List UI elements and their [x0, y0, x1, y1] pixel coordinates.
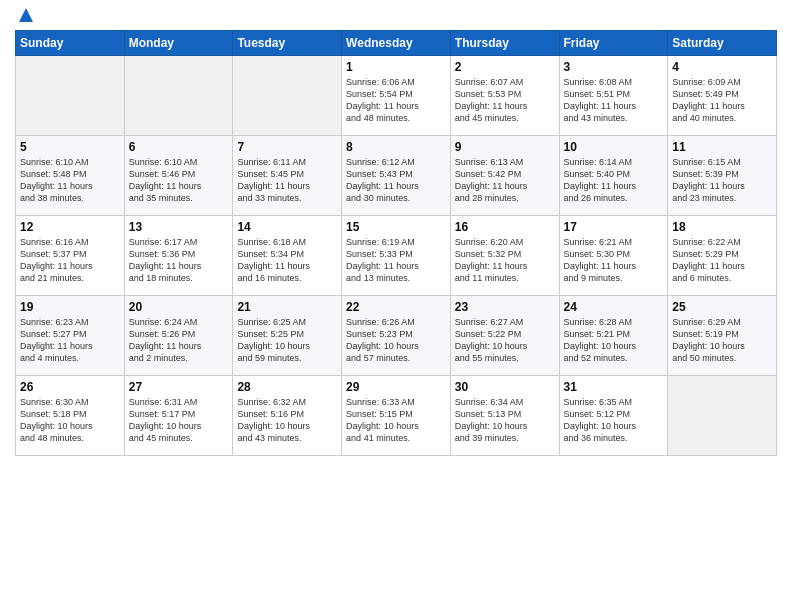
day-info: Sunrise: 6:08 AM Sunset: 5:51 PM Dayligh…: [564, 76, 664, 125]
day-info: Sunrise: 6:06 AM Sunset: 5:54 PM Dayligh…: [346, 76, 446, 125]
calendar-cell: 5Sunrise: 6:10 AM Sunset: 5:48 PM Daylig…: [16, 136, 125, 216]
day-number: 12: [20, 220, 120, 234]
day-number: 14: [237, 220, 337, 234]
calendar-cell: 30Sunrise: 6:34 AM Sunset: 5:13 PM Dayli…: [450, 376, 559, 456]
weekday-header-row: SundayMondayTuesdayWednesdayThursdayFrid…: [16, 31, 777, 56]
calendar-cell: 31Sunrise: 6:35 AM Sunset: 5:12 PM Dayli…: [559, 376, 668, 456]
weekday-header-sunday: Sunday: [16, 31, 125, 56]
day-number: 18: [672, 220, 772, 234]
day-number: 9: [455, 140, 555, 154]
calendar-cell: 18Sunrise: 6:22 AM Sunset: 5:29 PM Dayli…: [668, 216, 777, 296]
calendar-table: SundayMondayTuesdayWednesdayThursdayFrid…: [15, 30, 777, 456]
day-number: 27: [129, 380, 229, 394]
day-info: Sunrise: 6:32 AM Sunset: 5:16 PM Dayligh…: [237, 396, 337, 445]
calendar-cell: 19Sunrise: 6:23 AM Sunset: 5:27 PM Dayli…: [16, 296, 125, 376]
svg-marker-0: [19, 8, 33, 22]
calendar-cell: 6Sunrise: 6:10 AM Sunset: 5:46 PM Daylig…: [124, 136, 233, 216]
header: [15, 10, 777, 24]
weekday-header-thursday: Thursday: [450, 31, 559, 56]
day-number: 8: [346, 140, 446, 154]
day-info: Sunrise: 6:10 AM Sunset: 5:46 PM Dayligh…: [129, 156, 229, 205]
calendar-cell: 28Sunrise: 6:32 AM Sunset: 5:16 PM Dayli…: [233, 376, 342, 456]
day-info: Sunrise: 6:13 AM Sunset: 5:42 PM Dayligh…: [455, 156, 555, 205]
day-number: 3: [564, 60, 664, 74]
day-info: Sunrise: 6:26 AM Sunset: 5:23 PM Dayligh…: [346, 316, 446, 365]
day-info: Sunrise: 6:29 AM Sunset: 5:19 PM Dayligh…: [672, 316, 772, 365]
day-info: Sunrise: 6:31 AM Sunset: 5:17 PM Dayligh…: [129, 396, 229, 445]
week-row-3: 12Sunrise: 6:16 AM Sunset: 5:37 PM Dayli…: [16, 216, 777, 296]
calendar-cell: 12Sunrise: 6:16 AM Sunset: 5:37 PM Dayli…: [16, 216, 125, 296]
day-number: 1: [346, 60, 446, 74]
calendar-cell: 7Sunrise: 6:11 AM Sunset: 5:45 PM Daylig…: [233, 136, 342, 216]
calendar-cell: [668, 376, 777, 456]
day-number: 6: [129, 140, 229, 154]
weekday-header-friday: Friday: [559, 31, 668, 56]
day-number: 2: [455, 60, 555, 74]
calendar-cell: 20Sunrise: 6:24 AM Sunset: 5:26 PM Dayli…: [124, 296, 233, 376]
calendar-cell: [124, 56, 233, 136]
calendar-cell: 4Sunrise: 6:09 AM Sunset: 5:49 PM Daylig…: [668, 56, 777, 136]
calendar-cell: 23Sunrise: 6:27 AM Sunset: 5:22 PM Dayli…: [450, 296, 559, 376]
day-number: 29: [346, 380, 446, 394]
calendar-cell: 8Sunrise: 6:12 AM Sunset: 5:43 PM Daylig…: [342, 136, 451, 216]
day-number: 30: [455, 380, 555, 394]
calendar-cell: 26Sunrise: 6:30 AM Sunset: 5:18 PM Dayli…: [16, 376, 125, 456]
day-info: Sunrise: 6:16 AM Sunset: 5:37 PM Dayligh…: [20, 236, 120, 285]
day-info: Sunrise: 6:24 AM Sunset: 5:26 PM Dayligh…: [129, 316, 229, 365]
calendar-cell: 25Sunrise: 6:29 AM Sunset: 5:19 PM Dayli…: [668, 296, 777, 376]
weekday-header-wednesday: Wednesday: [342, 31, 451, 56]
calendar-cell: 11Sunrise: 6:15 AM Sunset: 5:39 PM Dayli…: [668, 136, 777, 216]
day-info: Sunrise: 6:07 AM Sunset: 5:53 PM Dayligh…: [455, 76, 555, 125]
day-number: 23: [455, 300, 555, 314]
calendar-cell: 22Sunrise: 6:26 AM Sunset: 5:23 PM Dayli…: [342, 296, 451, 376]
calendar-cell: 24Sunrise: 6:28 AM Sunset: 5:21 PM Dayli…: [559, 296, 668, 376]
calendar-cell: 13Sunrise: 6:17 AM Sunset: 5:36 PM Dayli…: [124, 216, 233, 296]
day-number: 21: [237, 300, 337, 314]
day-info: Sunrise: 6:34 AM Sunset: 5:13 PM Dayligh…: [455, 396, 555, 445]
day-number: 7: [237, 140, 337, 154]
day-info: Sunrise: 6:25 AM Sunset: 5:25 PM Dayligh…: [237, 316, 337, 365]
day-info: Sunrise: 6:14 AM Sunset: 5:40 PM Dayligh…: [564, 156, 664, 205]
day-info: Sunrise: 6:15 AM Sunset: 5:39 PM Dayligh…: [672, 156, 772, 205]
weekday-header-tuesday: Tuesday: [233, 31, 342, 56]
day-info: Sunrise: 6:19 AM Sunset: 5:33 PM Dayligh…: [346, 236, 446, 285]
weekday-header-saturday: Saturday: [668, 31, 777, 56]
day-number: 4: [672, 60, 772, 74]
calendar-cell: [16, 56, 125, 136]
day-info: Sunrise: 6:35 AM Sunset: 5:12 PM Dayligh…: [564, 396, 664, 445]
calendar-cell: 15Sunrise: 6:19 AM Sunset: 5:33 PM Dayli…: [342, 216, 451, 296]
day-info: Sunrise: 6:33 AM Sunset: 5:15 PM Dayligh…: [346, 396, 446, 445]
day-number: 28: [237, 380, 337, 394]
day-info: Sunrise: 6:20 AM Sunset: 5:32 PM Dayligh…: [455, 236, 555, 285]
day-number: 16: [455, 220, 555, 234]
day-info: Sunrise: 6:22 AM Sunset: 5:29 PM Dayligh…: [672, 236, 772, 285]
day-info: Sunrise: 6:30 AM Sunset: 5:18 PM Dayligh…: [20, 396, 120, 445]
weekday-header-monday: Monday: [124, 31, 233, 56]
day-number: 31: [564, 380, 664, 394]
day-number: 26: [20, 380, 120, 394]
week-row-1: 1Sunrise: 6:06 AM Sunset: 5:54 PM Daylig…: [16, 56, 777, 136]
day-number: 11: [672, 140, 772, 154]
day-number: 24: [564, 300, 664, 314]
day-info: Sunrise: 6:21 AM Sunset: 5:30 PM Dayligh…: [564, 236, 664, 285]
day-number: 13: [129, 220, 229, 234]
calendar-cell: [233, 56, 342, 136]
calendar-cell: 17Sunrise: 6:21 AM Sunset: 5:30 PM Dayli…: [559, 216, 668, 296]
calendar-cell: 1Sunrise: 6:06 AM Sunset: 5:54 PM Daylig…: [342, 56, 451, 136]
day-number: 5: [20, 140, 120, 154]
calendar-cell: 14Sunrise: 6:18 AM Sunset: 5:34 PM Dayli…: [233, 216, 342, 296]
day-info: Sunrise: 6:28 AM Sunset: 5:21 PM Dayligh…: [564, 316, 664, 365]
calendar-cell: 9Sunrise: 6:13 AM Sunset: 5:42 PM Daylig…: [450, 136, 559, 216]
day-info: Sunrise: 6:09 AM Sunset: 5:49 PM Dayligh…: [672, 76, 772, 125]
page-container: SundayMondayTuesdayWednesdayThursdayFrid…: [0, 0, 792, 466]
calendar-cell: 3Sunrise: 6:08 AM Sunset: 5:51 PM Daylig…: [559, 56, 668, 136]
day-info: Sunrise: 6:12 AM Sunset: 5:43 PM Dayligh…: [346, 156, 446, 205]
day-number: 25: [672, 300, 772, 314]
day-info: Sunrise: 6:11 AM Sunset: 5:45 PM Dayligh…: [237, 156, 337, 205]
week-row-2: 5Sunrise: 6:10 AM Sunset: 5:48 PM Daylig…: [16, 136, 777, 216]
day-number: 10: [564, 140, 664, 154]
week-row-4: 19Sunrise: 6:23 AM Sunset: 5:27 PM Dayli…: [16, 296, 777, 376]
calendar-cell: 16Sunrise: 6:20 AM Sunset: 5:32 PM Dayli…: [450, 216, 559, 296]
day-info: Sunrise: 6:23 AM Sunset: 5:27 PM Dayligh…: [20, 316, 120, 365]
day-number: 19: [20, 300, 120, 314]
